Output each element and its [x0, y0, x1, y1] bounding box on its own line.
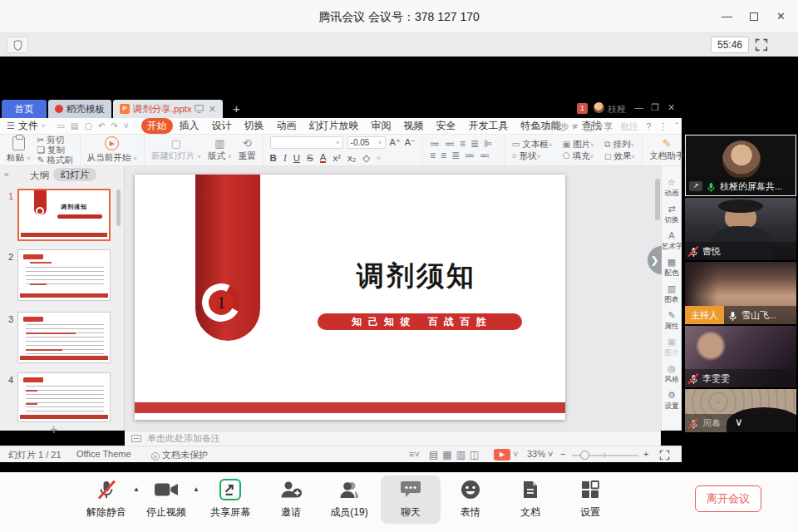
shape-button[interactable]: ○ 形状˅	[511, 150, 552, 162]
zoom-slider-knob[interactable]	[580, 451, 589, 460]
right-tool-item[interactable]: ▣ 图片	[662, 337, 682, 358]
slide-thumbnail-2[interactable]	[17, 249, 111, 301]
textbox-button[interactable]: ▭ 文本框˅	[511, 139, 552, 150]
cut-button[interactable]: ✂ 剪切	[37, 135, 73, 145]
protect-indicator[interactable]: ✕文档未保护	[151, 449, 208, 461]
font-size-select[interactable]: -0.05˅	[347, 136, 386, 149]
help-icon[interactable]: ?	[646, 121, 651, 131]
participant-tile-1[interactable]: ↗ 枝桠的屏幕共...	[685, 135, 796, 196]
new-slide-button[interactable]: ▢ 新建幻灯片 ˅	[151, 138, 201, 162]
right-tool-item[interactable]: ▥ 图表	[662, 284, 682, 305]
right-tool-item[interactable]: ⇄ 切换	[662, 204, 682, 225]
stop-video-button[interactable]: 停止视频	[138, 479, 195, 520]
tab-close-icon[interactable]: ✕	[209, 104, 216, 115]
collapse-ribbon-icon[interactable]: ˆ	[675, 121, 678, 131]
canvas-scrollbar[interactable]	[655, 179, 660, 220]
right-tool-item[interactable]: ⚙ 设置	[662, 391, 682, 411]
participant-tile-4[interactable]: 李雯雯	[685, 326, 796, 387]
right-tool-item[interactable]: ☆ 动画	[662, 178, 682, 199]
user-name[interactable]: 枝桠	[608, 103, 626, 116]
right-tool-item[interactable]: A 艺术字	[662, 231, 682, 252]
notes-bar[interactable]: 单击此处添加备注	[125, 431, 661, 446]
right-tool-item[interactable]: ✎ 属性	[662, 311, 682, 332]
current-slide[interactable]: 1 调剂须知 知 己 知 彼 百 战 百 胜	[135, 175, 565, 420]
view-mode-icons[interactable]: ▤▦▥◫	[429, 449, 483, 461]
wps-menu-item[interactable]: 幻灯片放映	[303, 118, 365, 134]
more-icon[interactable]: ⋮	[658, 121, 667, 132]
share-button[interactable]: ↗ 分享	[584, 121, 613, 133]
share-screen-button[interactable]: 共享屏幕	[202, 479, 259, 520]
panel-scrollbar[interactable]	[116, 190, 121, 226]
theme-indicator[interactable]: Office Theme	[76, 449, 131, 459]
wps-menu-item[interactable]: 开始	[141, 118, 173, 134]
security-shield-button[interactable]	[7, 37, 28, 53]
wps-restore-icon[interactable]: ❐	[651, 102, 659, 113]
slide-thumbnail-4[interactable]	[17, 372, 111, 422]
fill-button[interactable]: ⬠ 填充˅	[562, 150, 594, 162]
slide-thumbnail-3[interactable]	[17, 312, 111, 363]
wps-tab-docer[interactable]: 稻壳模板	[48, 100, 111, 118]
leave-meeting-button[interactable]: 离开会议	[695, 485, 761, 512]
font-color-icon[interactable]: A	[320, 153, 327, 163]
notes-toggle-icon[interactable]: ≡˅	[409, 449, 420, 459]
minimize-icon[interactable]: —	[722, 11, 732, 22]
format-painter-button[interactable]: ✎ 格式刷	[37, 155, 73, 165]
bold-icon[interactable]: B	[270, 153, 277, 163]
participant-tile-2[interactable]: 曹悦	[685, 198, 796, 260]
slideshow-play-button[interactable]: ▶	[494, 449, 510, 461]
comment-button[interactable]: 批注	[620, 121, 638, 133]
chevron-down-icon[interactable]: ˅	[124, 121, 129, 131]
undo-icon[interactable]: ↶	[98, 121, 105, 131]
redo-icon[interactable]: ↷	[111, 121, 117, 131]
cast-to-screen-icon[interactable]	[195, 105, 204, 113]
doc-assistant-button[interactable]: ✎ 文档助手	[649, 138, 684, 162]
zoom-in-icon[interactable]: +	[643, 449, 648, 459]
invite-button[interactable]: 邀请	[263, 479, 319, 520]
clear-format-icon[interactable]: ◇	[362, 152, 370, 164]
wps-minimize-icon[interactable]: —	[634, 102, 643, 112]
right-tool-item[interactable]: ▦ 配色	[662, 258, 682, 278]
print-icon[interactable]: ▤	[71, 121, 78, 131]
layout-button[interactable]: ▥ 版式 ˅	[208, 138, 232, 162]
strikethrough-icon[interactable]: S	[307, 153, 313, 163]
zoom-out-icon[interactable]: −	[560, 449, 565, 459]
wps-tab-home[interactable]: 首页	[2, 100, 47, 118]
wps-menu-item[interactable]: 视频	[398, 118, 430, 134]
collapse-videos-chevron-icon[interactable]: ∨	[735, 416, 743, 427]
wps-menu-item[interactable]: 安全	[431, 118, 462, 134]
play-from-current-button[interactable]: ▶ 从当前开始 ˅	[87, 136, 137, 164]
wps-menu-item[interactable]: 插入	[174, 118, 205, 134]
add-slide-icon[interactable]: +	[50, 422, 57, 437]
arrange-button[interactable]: ⧉ 排列˅	[604, 139, 635, 150]
wps-tab-file[interactable]: P 调剂分享.pptx ✕	[113, 100, 223, 118]
camera-options-caret[interactable]: ▲	[193, 485, 200, 493]
sync-status[interactable]: ☁ 未同步 ˅	[530, 121, 578, 133]
increase-font-icon[interactable]: A⁺	[390, 137, 401, 148]
font-name-select[interactable]: ˅	[270, 136, 343, 149]
maximize-icon[interactable]	[750, 12, 758, 21]
slide-thumbnail-1[interactable]: 调剂须知	[17, 189, 111, 241]
reset-button[interactable]: ⟲ 重置	[239, 138, 256, 162]
docs-button[interactable]: 文档	[502, 479, 559, 520]
wps-menu-item[interactable]: 切换	[239, 118, 270, 134]
underline-icon[interactable]: U	[293, 153, 300, 163]
fit-slide-icon[interactable]	[659, 450, 670, 461]
notification-badge[interactable]: 1	[577, 103, 588, 114]
settings-button[interactable]: 设置	[562, 479, 618, 520]
zoom-level[interactable]: 33% ˅	[527, 449, 554, 459]
tab-slides[interactable]: 幻灯片	[53, 168, 96, 181]
wps-menu-item[interactable]: 设计	[206, 118, 238, 134]
unmute-button[interactable]: 解除静音	[78, 479, 135, 520]
align-icons-row1[interactable]: ≔≕≡≣⊫	[430, 140, 498, 149]
paste-button[interactable]: 粘贴 ˅	[7, 136, 31, 164]
picture-button[interactable]: ▣ 图片˅	[562, 139, 594, 150]
effect-button[interactable]: ◻ 效果˅	[604, 150, 635, 162]
fullscreen-button[interactable]	[755, 38, 768, 52]
wps-menu-item[interactable]: 审阅	[366, 118, 397, 134]
right-tool-item[interactable]: ◎ 风格	[662, 364, 682, 385]
superscript-icon[interactable]: x²	[332, 153, 341, 163]
subscript-icon[interactable]: x₂	[347, 153, 356, 163]
new-tab-icon[interactable]: +	[233, 101, 240, 116]
wps-menu-item[interactable]: 开发工具	[463, 118, 515, 134]
emoji-button[interactable]: 表情	[442, 479, 499, 520]
